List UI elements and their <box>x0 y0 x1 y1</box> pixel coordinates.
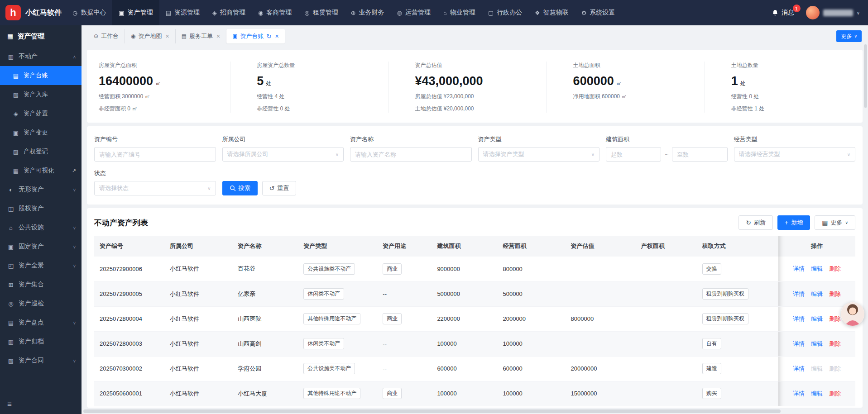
tab-workbench[interactable]: ⊙工作台 <box>88 29 125 43</box>
stat-card: 资产总估值¥43,000,000房屋总估值 ¥23,000,000土地总估值 ¥… <box>388 62 546 113</box>
filter-input-asset-code[interactable] <box>94 147 216 162</box>
assistant-avatar[interactable] <box>841 302 864 326</box>
action-detail[interactable]: 详情 <box>793 290 805 298</box>
column-header: 操作 <box>778 236 855 257</box>
sidebar-item-label: 资产全景 <box>19 262 69 270</box>
collapse-sidebar-icon[interactable]: ≡ <box>7 400 12 409</box>
nav-item-system-settings[interactable]: ⚙系统设置 <box>575 0 622 25</box>
actions-cell: 详情编辑删除 <box>778 257 855 281</box>
action-delete[interactable]: 删除 <box>829 340 841 348</box>
chevron-down-icon: ∨ <box>73 358 76 363</box>
usage-tag: 商业 <box>383 263 402 275</box>
sidebar-item-real-estate[interactable]: ▥不动产∧ <box>0 47 82 66</box>
action-delete[interactable]: 删除 <box>829 390 841 398</box>
cell-company: 小红马软件 <box>164 281 232 306</box>
vertical-scrollbar[interactable] <box>864 44 867 414</box>
nav-item-property-management[interactable]: ⌂物业管理 <box>437 0 482 25</box>
user-menu[interactable]: ∨ <box>806 6 860 19</box>
action-delete[interactable]: 删除 <box>829 290 841 298</box>
reset-button[interactable]: ↺ 重置 <box>262 181 297 195</box>
stat-label: 房屋资产总面积 <box>99 62 230 69</box>
sidebar-item-asset-disposal[interactable]: ◈资产处置 <box>0 104 82 123</box>
sidebar-item-asset-visualization[interactable]: ▦资产可视化↗ <box>0 161 82 180</box>
action-detail[interactable]: 详情 <box>793 390 805 398</box>
close-icon[interactable]: × <box>216 33 220 40</box>
sidebar-item-asset-collection[interactable]: ⊞资产集合 <box>0 275 82 294</box>
action-delete[interactable]: 删除 <box>829 265 841 273</box>
sidebar-item-public-facilities[interactable]: ⌂公共设施∨ <box>0 218 82 237</box>
stat-value: 16400000 <box>99 74 153 88</box>
nav-item-label: 客商管理 <box>266 9 292 17</box>
action-detail[interactable]: 详情 <box>793 340 805 348</box>
sidebar-item-asset-ledger[interactable]: ▤资产台账 <box>0 66 82 85</box>
horizontal-scrollbar-thumb[interactable] <box>83 409 781 413</box>
tab-asset-map[interactable]: ◉资产地图× <box>125 29 176 43</box>
action-delete[interactable]: 删除 <box>829 315 841 323</box>
sidebar-item-intangible-assets[interactable]: ◐无形资产∨ <box>0 180 82 199</box>
action-edit[interactable]: 编辑 <box>811 340 823 348</box>
nav-item-asset-management[interactable]: ▣资产管理 <box>112 0 159 25</box>
action-edit[interactable]: 编辑 <box>811 390 823 398</box>
action-detail[interactable]: 详情 <box>793 365 805 373</box>
filter-select-status[interactable]: 请选择状态∨ <box>94 181 216 195</box>
messages-badge: 1 <box>793 5 801 12</box>
table-more-button[interactable]: ▦ 更多 ∨ <box>815 215 855 230</box>
sidebar-item-asset-panorama[interactable]: ◰资产全景∨ <box>0 256 82 275</box>
filter-select-asset-type[interactable]: 请选择资产类型∨ <box>478 147 600 162</box>
sidebar-item-asset-change[interactable]: ▣资产变更 <box>0 123 82 142</box>
tab-service-order[interactable]: ▤服务工单× <box>176 29 227 43</box>
nav-item-merchant-management[interactable]: ◉客商管理 <box>252 0 298 25</box>
sidebar-item-asset-contract[interactable]: ▧资产合同∨ <box>0 351 82 370</box>
nav-item-data-center[interactable]: ◷数据中心 <box>66 0 112 25</box>
filter-select-owner-company[interactable]: 请选择所属公司∨ <box>222 147 344 162</box>
messages-button[interactable]: 消息 1 <box>772 9 794 17</box>
add-button[interactable]: + 新增 <box>777 215 810 230</box>
chevron-down-icon: ∨ <box>847 152 850 157</box>
sidebar-item-property-registration[interactable]: ▨产权登记 <box>0 142 82 161</box>
filter-input-build-area-min[interactable] <box>606 147 661 162</box>
filter-field-owner-company: 所属公司请选择所属公司∨ <box>222 135 344 162</box>
cell-company: 小红马软件 <box>164 381 232 406</box>
refresh-button[interactable]: ↻ 刷新 <box>739 215 773 230</box>
filter-panel: 资产编号所属公司请选择所属公司∨资产名称资产类型请选择资产类型∨建筑面积~经营类… <box>87 126 863 205</box>
action-edit[interactable]: 编辑 <box>811 290 823 298</box>
nav-item-resource-management[interactable]: ▤资源管理 <box>159 0 206 25</box>
filter-select-business-type[interactable]: 请选择经营类型∨ <box>734 147 856 162</box>
action-detail[interactable]: 详情 <box>793 265 805 273</box>
sidebar-item-asset-archive[interactable]: ▥资产归档 <box>0 332 82 351</box>
sidebar-item-asset-stocktake[interactable]: ▤资产盘点∨ <box>0 313 82 332</box>
sidebar-item-asset-inspection[interactable]: ◎资产巡检 <box>0 294 82 313</box>
asset-archive-icon: ▥ <box>7 338 14 345</box>
nav-item-investment-management[interactable]: ◈招商管理 <box>206 0 252 25</box>
tabs-more-button[interactable]: 更多 ∨ <box>836 30 862 42</box>
close-icon[interactable]: × <box>166 33 169 40</box>
horizontal-scrollbar[interactable] <box>83 409 858 413</box>
tab-label: 服务工单 <box>189 32 213 40</box>
sidebar-item-asset-inbound[interactable]: ▧资产入库 <box>0 85 82 104</box>
nav-item-office-admin[interactable]: ▢行政办公 <box>482 0 528 25</box>
sidebar-footer: ≡ <box>0 395 82 414</box>
sidebar-item-fixed-assets[interactable]: ▣固定资产∨ <box>0 237 82 256</box>
nav-item-smart-iot[interactable]: ❖智慧物联 <box>528 0 575 25</box>
action-edit[interactable]: 编辑 <box>811 265 823 273</box>
cell-build-area: 600000 <box>432 356 497 381</box>
business-finance-icon: ⊕ <box>351 10 356 16</box>
action-edit[interactable]: 编辑 <box>811 315 823 323</box>
tab-asset-ledger-tab[interactable]: ▣资产台账↻× <box>226 29 284 43</box>
sidebar-item-equity-assets[interactable]: ◫股权资产 <box>0 199 82 218</box>
search-button[interactable]: 搜索 <box>222 181 258 195</box>
nav-item-lease-management[interactable]: ◎租赁管理 <box>298 0 344 25</box>
action-detail[interactable]: 详情 <box>793 315 805 323</box>
filter-input-asset-name[interactable] <box>350 147 472 162</box>
vertical-scrollbar-thumb[interactable] <box>864 44 867 108</box>
property-registration-icon: ▨ <box>12 148 19 155</box>
nav-item-operation-management[interactable]: ◍运营管理 <box>391 0 437 25</box>
sidebar-item-label: 公共设施 <box>19 224 69 232</box>
refresh-button-label: 刷新 <box>754 219 766 227</box>
refresh-icon[interactable]: ↻ <box>267 33 272 40</box>
close-icon[interactable]: × <box>275 33 279 40</box>
table-header-bar: 不动产资产列表 ↻ 刷新 + 新增 ▦ 更多 ∨ <box>94 215 855 230</box>
nav-item-business-finance[interactable]: ⊕业务财务 <box>345 0 391 25</box>
filter-input-build-area-max[interactable] <box>672 147 727 162</box>
nav-item-label: 资产管理 <box>128 9 153 17</box>
